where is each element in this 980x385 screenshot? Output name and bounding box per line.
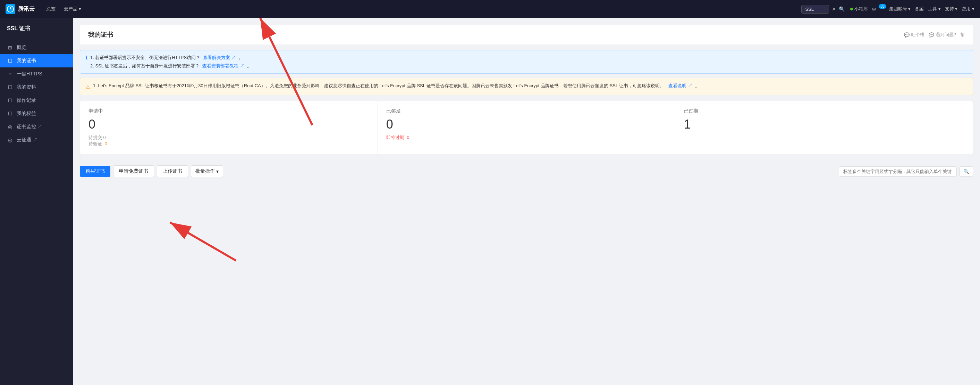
page-header-actions: 💬 吐个槽 💬 遇到问题? 帮 [904,32,965,38]
badge: 83 [879,4,886,9]
free-cert-button[interactable]: 申请免费证书 [113,165,154,177]
stat-number-applying: 0 [89,117,369,132]
nav-right-area: 小程序 ✉ 83 集团账号 ▾ 备案 工具 ▾ 支持 ▾ 费用 ▾ [850,6,974,12]
main-content: 我的证书 💬 吐个槽 💬 遇到问题? 帮 ℹ 1. 若证书部署后提示不安全、仍无… [73,18,980,385]
nav-record[interactable]: 备案 [915,6,924,12]
nav-group-account[interactable]: 83 集团账号 ▾ [880,6,911,12]
sidebar-item-my-rights[interactable]: ☐ 我的权益 [0,107,73,120]
buy-cert-button[interactable]: 购买证书 [80,166,110,177]
stat-number-expired: 1 [684,117,964,132]
stat-card-expired: 已过期 1 [675,101,973,154]
docs-label: 帮 [960,32,965,38]
logo-text: 腾讯云 [18,6,35,13]
sidebar-item-overview[interactable]: ⊞ 概览 [0,41,73,54]
stat-sub-issued-value[interactable]: 0 [407,135,409,140]
nav-search-input[interactable] [801,5,829,14]
sidebar-item-my-data-label: 我的资料 [17,84,36,90]
green-dot-icon [850,8,853,10]
info-text-2: 2. SSL 证书签发后，如何基于自身环境进行安装部署？ [90,63,200,69]
page-header: 我的证书 💬 吐个槽 💬 遇到问题? 帮 [80,25,973,45]
info-link-1[interactable]: 查看解决方案 ↗ [203,54,236,61]
sidebar-title: SSL 证书 [0,18,73,38]
sidebar-item-overview-label: 概览 [17,45,26,51]
warning-link[interactable]: 查看说明 ↗ [668,82,692,89]
stat-sub-applying-2-label: 待验证 [89,141,102,146]
warning-row: ⚠ 1. Let's Encrypt 品牌 SSL 证书根证书将于2021年9月… [86,82,967,91]
nav-billing[interactable]: 费用 ▾ [962,6,974,12]
nav-support[interactable]: 支持 ▾ [945,6,958,12]
docs-link[interactable]: 帮 [960,32,965,38]
stat-label-applying: 申请中 [89,108,369,114]
stat-sub-issued: 即将过期 0 [386,134,667,141]
batch-action-chevron: ▾ [216,169,219,174]
sidebar-item-operation-log[interactable]: ☐ 操作记录 [0,94,73,107]
sidebar-item-one-click-https[interactable]: ≡ 一键HTTPS [0,67,73,81]
sidebar-item-one-click-https-label: 一键HTTPS [17,71,42,77]
info-row-1: ℹ 1. 若证书部署后提示不安全、仍无法进行HTTPS访问？ 查看解决方案 ↗ … [86,54,967,61]
stat-card-applying: 申请中 0 待提交 0 待验证 0 [80,101,378,154]
search-clear-icon[interactable]: ✕ [832,6,836,12]
stat-sub-issued-label: 即将过期 [386,135,404,140]
nav-mini-program-label: 小程序 [854,6,868,12]
logo[interactable]: 腾讯云 [6,4,35,14]
search-tags-input[interactable] [839,166,957,177]
my-data-icon: ☐ [7,85,13,90]
nav-mail[interactable]: ✉ [872,6,876,12]
stat-sub-applying-2-link[interactable]: 0 [105,141,107,146]
info-row-2: ℹ 2. SSL 证书签发后，如何基于自身环境进行安装部署？ 查看安装部署教程 … [86,63,967,69]
help-link[interactable]: 💬 遇到问题? [929,32,956,38]
info-link-2[interactable]: 查看安装部署教程 ↗ [202,63,244,69]
stat-number-issued: 0 [386,117,667,132]
action-bar: 购买证书 申请免费证书 上传证书 批量操作 ▾ 🔍 [80,160,973,180]
feedback-label: 吐个槽 [911,32,924,38]
help-icon: 💬 [929,32,934,38]
one-click-https-icon: ≡ [7,71,13,77]
page-title: 我的证书 [88,30,113,39]
warning-text: 1. Let's Encrypt 品牌 SSL 证书根证书将于2021年9月30… [93,82,664,89]
nav-mini-program[interactable]: 小程序 [850,6,868,12]
info-text-1: 1. 若证书部署后提示不安全、仍无法进行HTTPS访问？ [90,54,200,61]
batch-action-label: 批量操作 [196,168,215,174]
upload-cert-button[interactable]: 上传证书 [157,165,188,177]
search-bar: 🔍 [839,166,973,177]
cloud-cert-icon: ◎ [7,137,13,143]
info-suffix-1: 。 [239,54,243,61]
warning-banner: ⚠ 1. Let's Encrypt 品牌 SSL 证书根证书将于2021年9月… [80,78,973,95]
search-icon-button[interactable]: 🔍 [959,166,973,177]
stat-label-issued: 已签发 [386,108,667,114]
stat-card-issued: 已签发 0 即将过期 0 [378,101,676,154]
batch-action-button[interactable]: 批量操作 ▾ [191,165,223,177]
feedback-icon: 💬 [904,32,910,38]
nav-overview[interactable]: 总览 [43,4,59,14]
nav-links: 总览 云产品 ▾ [43,4,801,14]
sidebar-item-cloud-cert-label: 云证通 ↗ [17,137,38,143]
sidebar-item-my-data[interactable]: ☐ 我的资料 [0,81,73,94]
stats-row: 申请中 0 待提交 0 待验证 0 已签发 0 即将过期 0 已过期 1 [80,101,973,154]
info-icon: ℹ [86,55,88,61]
feedback-link[interactable]: 💬 吐个槽 [904,32,924,38]
operation-log-icon: ☐ [7,97,13,103]
stat-label-expired: 已过期 [684,108,964,114]
nav-search-area: ✕ 🔍 [801,5,845,14]
sidebar-item-my-rights-label: 我的权益 [17,110,36,117]
search-submit-icon[interactable]: 🔍 [839,6,845,12]
nav-tools[interactable]: 工具 ▾ [928,6,941,12]
info-banner: ℹ 1. 若证书部署后提示不安全、仍无法进行HTTPS访问？ 查看解决方案 ↗ … [80,50,973,73]
warning-icon: ⚠ [86,83,90,91]
sidebar: SSL 证书 ⊞ 概览 ☐ 我的证书 ≡ 一键HTTPS ☐ 我的资料 ☐ 操作… [0,18,73,385]
sidebar-menu: ⊞ 概览 ☐ 我的证书 ≡ 一键HTTPS ☐ 我的资料 ☐ 操作记录 ☐ [0,38,73,149]
info-suffix-2: 。 [247,63,251,69]
sidebar-item-operation-log-label: 操作记录 [17,97,36,104]
my-certs-icon: ☐ [7,58,13,64]
sidebar-item-my-certs-label: 我的证书 [17,58,36,64]
stat-sub-applying-1: 待提交 0 [89,134,369,141]
main-layout: SSL 证书 ⊞ 概览 ☐ 我的证书 ≡ 一键HTTPS ☐ 我的资料 ☐ 操作… [0,0,980,385]
nav-products[interactable]: 云产品 ▾ [60,4,85,14]
cert-monitor-icon: ◎ [7,124,13,129]
sidebar-item-cert-monitor[interactable]: ◎ 证书监控 ↗ [0,120,73,133]
sidebar-item-my-certs[interactable]: ☐ 我的证书 [0,54,73,67]
top-navigation: 腾讯云 总览 云产品 ▾ ✕ 🔍 小程序 ✉ 83 集团账号 ▾ 备案 工具 ▾… [0,0,980,18]
logo-icon [6,4,15,14]
sidebar-item-cloud-cert[interactable]: ◎ 云证通 ↗ [0,133,73,147]
stat-sub-applying-2: 待验证 0 [89,141,369,147]
